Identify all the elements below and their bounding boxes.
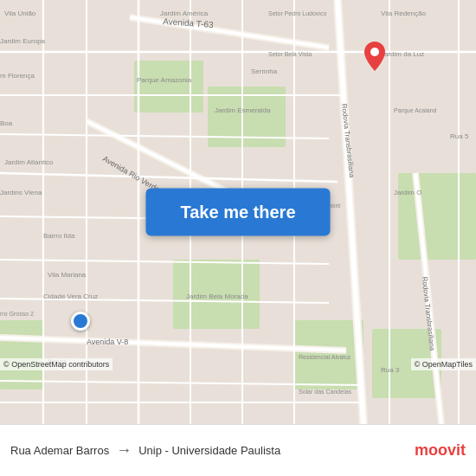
svg-text:Rua 5: Rua 5 [450,132,469,140]
svg-rect-1 [134,61,203,113]
osm-tiles-attribution: © OpenMapTiles [411,358,476,370]
svg-text:Residencial Alvaluz: Residencial Alvaluz [299,354,351,360]
svg-text:Jardim Esmeralda: Jardim Esmeralda [215,106,271,114]
route-to: Unip - Universidade Paulista [138,444,280,457]
svg-text:Setor Pedro Ludovico: Setor Pedro Ludovico [268,10,326,16]
svg-point-67 [370,48,379,56]
svg-text:Setor Bela Vista: Setor Bela Vista [268,51,312,57]
svg-text:Rua 3: Rua 3 [381,366,400,374]
svg-text:Vila Mariana: Vila Mariana [48,271,87,279]
svg-text:rro Grosso 2: rro Grosso 2 [0,311,34,317]
svg-text:Bairro Ilda: Bairro Ilda [43,232,75,240]
svg-text:Jardim Bela Morada: Jardim Bela Morada [186,293,248,300]
svg-text:Jardim Atlantico: Jardim Atlantico [4,158,54,166]
bottom-bar: Rua Ademar Barros → Unip - Universidade … [0,424,476,476]
svg-text:Vila União: Vila União [4,10,36,17]
svg-text:Solar das Candeias: Solar das Candeias [299,389,352,395]
svg-text:Vila Redenção: Vila Redenção [381,10,426,17]
route-arrow: → [116,441,132,460]
svg-text:Parque Amazonia: Parque Amazonia [137,76,192,84]
svg-text:Jardim América: Jardim América [160,10,209,17]
svg-rect-3 [398,173,476,260]
svg-text:Serrinha: Serrinha [251,68,278,75]
svg-text:Cidade Vera Cruz: Cidade Vera Cruz [43,293,98,300]
svg-text:Avenida V-8: Avenida V-8 [87,338,128,346]
svg-text:Jardim da Luz: Jardim da Luz [381,50,424,58]
map-container: Avenida T-63 Avenida Rio Verde Avenida V… [0,0,476,424]
origin-dot [71,312,90,331]
svg-rect-5 [0,320,43,389]
osm-attribution: © OpenStreetMap contributors [0,358,113,370]
svg-text:m Florença: m Florença [0,72,35,80]
svg-text:Parque Acaland: Parque Acaland [394,107,437,114]
svg-text:Jardins Viena: Jardins Viena [0,189,42,196]
route-from: Rua Ademar Barros [10,444,109,457]
moovit-logo: moovit [415,441,466,460]
svg-text:Jardim O: Jardim O [394,189,421,196]
moovit-brand-text: moovit [415,441,466,460]
take-me-there-button[interactable]: Take me there [145,189,330,236]
destination-pin [364,42,385,71]
svg-text:Boa: Boa [0,119,13,127]
route-info: Rua Ademar Barros → Unip - Universidade … [10,441,415,460]
svg-text:Jardim Europa: Jardim Europa [0,37,46,45]
